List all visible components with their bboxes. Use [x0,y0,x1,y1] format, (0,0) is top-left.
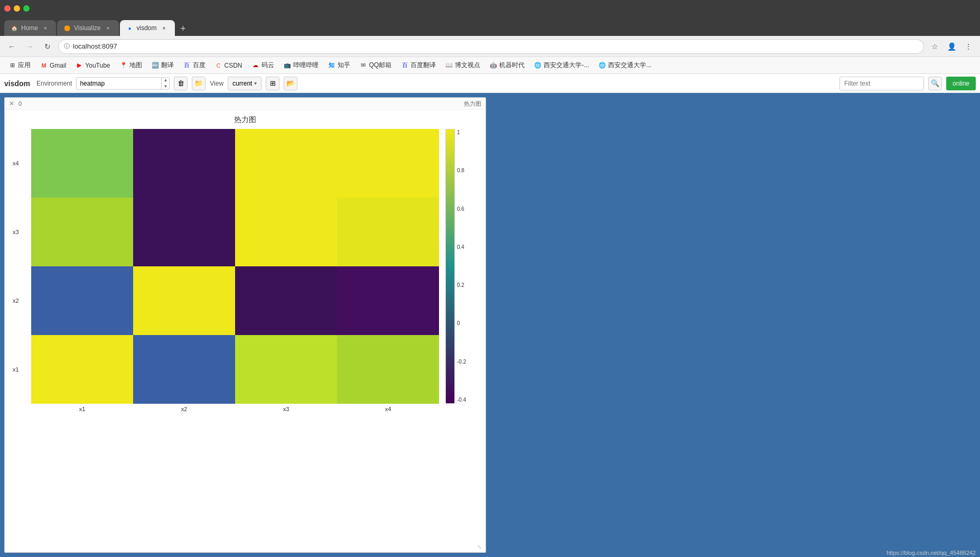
back-btn[interactable]: ← [4,39,19,54]
heatmap-cell [133,266,235,335]
tab-visdom[interactable]: ● visdom × [120,20,175,36]
bookmark-star-btn[interactable]: ☆ [927,39,942,54]
footer-url: https://blog.csdn.net/qq_45488242 [882,549,980,557]
filter-search-btn[interactable]: 🔍 [928,77,942,90]
bowenshidian-icon: 📖 [445,62,453,69]
heatmap-cell [337,335,439,404]
bookmark-translate[interactable]: 🔤 翻译 [147,59,178,72]
more-btn[interactable]: ⋮ [961,39,976,54]
tab-visualize-close[interactable]: × [104,24,113,32]
x-label-x1: x1 [31,406,133,412]
bookmark-xjtu1[interactable]: 🌐 西安交通大学-... [530,59,593,72]
tab-visdom-close[interactable]: × [160,24,169,32]
bookmark-mayun-label: 码云 [262,61,274,70]
maximize-window-btn[interactable] [23,5,30,12]
bookmark-bowenshidian[interactable]: 📖 博文视点 [441,59,484,72]
colorbar-tick-label: 0 [457,321,466,326]
y-label-x4: x4 [13,129,22,198]
colorbar-row: 10.80.60.40.20-0.2-0.4 [445,129,466,404]
translate-icon: 🔤 [152,62,159,69]
forward-btn[interactable]: → [22,39,37,54]
view-dropdown-icon: ▾ [254,80,257,86]
x-labels: x1 x2 x3 x4 [31,406,439,412]
bookmark-bilibili[interactable]: 📺 哔哩哔哩 [279,59,323,72]
colorbar-gradient [445,129,455,404]
maps-icon: 📍 [120,62,127,69]
online-btn[interactable]: online [946,77,976,90]
minimize-window-btn[interactable] [14,5,20,12]
bookmark-qqmail-label: QQ邮箱 [369,61,392,70]
bookmark-csdn-label: CSDN [225,62,242,69]
visdom-favicon: ● [126,24,134,32]
profile-btn[interactable]: 👤 [944,39,959,54]
bookmark-xjtu2-label: 西安交通大学... [608,61,651,70]
bookmark-xjtu2[interactable]: 🌐 西安交通大学... [594,59,656,72]
new-tab-btn[interactable]: + [176,21,191,36]
bookmark-csdn[interactable]: C CSDN [211,60,247,71]
env-down-btn[interactable]: ▼ [162,83,169,90]
bookmark-baidu-label: 百度 [193,61,206,70]
colorbar-tick-label: 0.4 [457,245,466,250]
view-current-label: current [232,80,252,87]
bookmark-baidu[interactable]: 百 百度 [179,59,210,72]
x-label-x3: x3 [235,406,337,412]
chart-corner-label: 热力图 [464,100,481,108]
secure-icon: ⓘ [64,42,70,50]
env-up-btn[interactable]: ▲ [162,77,169,83]
bookmark-apps[interactable]: ⊞ 应用 [4,59,35,72]
heatmap-cell [133,335,235,404]
refresh-btn[interactable]: ↻ [40,39,55,54]
view-label: View [210,80,223,87]
env-input-wrap: ▲ ▼ [76,77,170,90]
apps-icon: ⊞ [8,62,16,69]
close-window-btn[interactable] [4,5,11,12]
heatmap-cell [133,129,235,198]
address-bar[interactable]: ⓘ localhost:8097 [58,39,924,54]
tab-visdom-label: visdom [137,24,157,32]
colorbar-tick-label: 1 [457,130,466,135]
bookmark-zhihu[interactable]: 知 知乎 [324,59,354,72]
tab-home[interactable]: 🏠 Home × [4,20,56,36]
visdom-toolbar: visdom Environment ▲ ▼ 🗑 📁 View current … [0,74,980,93]
bookmark-gmail[interactable]: M Gmail [36,60,70,71]
env-input[interactable] [77,80,161,87]
bookmark-jiqishidai[interactable]: 🤖 机器时代 [486,59,529,72]
bookmark-mayun[interactable]: ☁ 码云 [248,59,278,72]
bookmark-baidutrans[interactable]: 百 百度翻译 [397,59,440,72]
bookmark-zhihu-label: 知乎 [338,61,350,70]
bookmark-youtube-label: YouTube [85,62,110,69]
y-labels: x4 x3 x2 x1 [13,129,22,404]
folder-btn[interactable]: 📂 [284,77,297,90]
address-text: localhost:8097 [73,42,918,50]
bookmark-youtube[interactable]: ▶ YouTube [71,60,114,71]
upload-btn[interactable]: 📁 [192,77,206,90]
tabs-bar: 🏠 Home × 🟠 Visiualize × ● visdom × + [0,17,980,36]
grid-btn[interactable]: ⊞ [266,77,279,90]
colorbar-tick-label: 0.6 [457,207,466,212]
xjtu2-icon: 🌐 [599,62,606,69]
colorbar-tick-label: 0.2 [457,283,466,288]
tab-home-close[interactable]: × [41,24,50,32]
heatmap-cell [235,335,337,404]
filter-input[interactable] [839,77,924,90]
chart-close-btn[interactable]: ✕ [9,100,14,107]
bookmark-xjtu1-label: 西安交通大学-... [544,61,589,70]
colorbar-tick-label: -0.2 [457,359,466,365]
mayun-icon: ☁ [252,62,259,69]
resize-handle[interactable]: ⤡ [477,544,483,550]
bookmark-qqmail[interactable]: ✉ QQ邮箱 [356,59,396,72]
tab-visualize[interactable]: 🟠 Visiualize × [57,20,118,36]
bookmark-maps[interactable]: 📍 地图 [116,59,146,72]
colorbar-wrap: 10.80.60.40.20-0.2-0.4 [445,129,466,404]
clear-btn[interactable]: 🗑 [174,77,188,90]
bookmark-apps-label: 应用 [18,61,31,70]
tab-home-label: Home [21,24,38,32]
bookmarks-bar: ⊞ 应用 M Gmail ▶ YouTube 📍 地图 🔤 翻译 百 百度 C … [0,57,980,74]
chart-id: 0 [18,100,22,107]
view-dropdown-btn[interactable]: current ▾ [228,77,262,90]
colorbar-tick-label: -0.4 [457,397,466,403]
heatmap-cell [235,266,337,335]
baidutrans-icon: 百 [401,62,408,69]
visualize-favicon: 🟠 [63,24,71,32]
tab-visualize-label: Visiualize [74,24,100,32]
